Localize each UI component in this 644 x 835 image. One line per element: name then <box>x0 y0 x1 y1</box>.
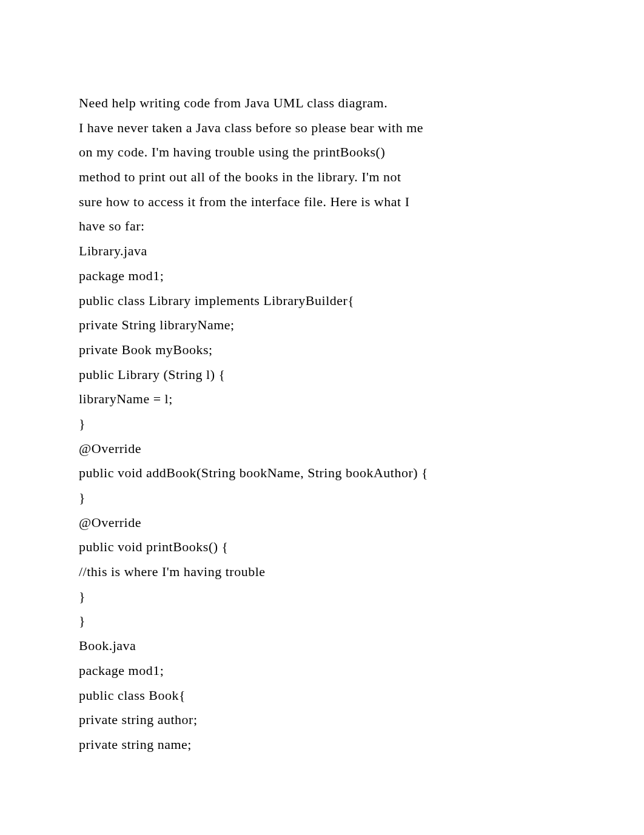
document-content: Need help writing code from Java UML cla… <box>79 91 565 757</box>
text-line: sure how to access it from the interface… <box>79 190 565 215</box>
code-line: public class Book{ <box>79 683 565 708</box>
text-line: on my code. I'm having trouble using the… <box>79 140 565 165</box>
code-line: @Override <box>79 511 565 535</box>
code-line: } <box>79 412 565 437</box>
code-line: package mod1; <box>79 264 565 289</box>
code-line: } <box>79 486 565 511</box>
code-line: libraryName = l; <box>79 387 565 412</box>
code-line: private Book myBooks; <box>79 338 565 363</box>
code-line: package mod1; <box>79 659 565 683</box>
text-line: have so far: <box>79 214 565 239</box>
text-line: Library.java <box>79 239 565 264</box>
code-line: public Library (String l) { <box>79 363 565 387</box>
text-line: Need help writing code from Java UML cla… <box>79 91 565 116</box>
code-line: } <box>79 609 565 634</box>
text-line: method to print out all of the books in … <box>79 165 565 190</box>
code-line: public void addBook(String bookName, Str… <box>79 461 565 486</box>
code-line: @Override <box>79 437 565 461</box>
code-line: public class Library implements LibraryB… <box>79 289 565 314</box>
code-line: public void printBooks() { <box>79 535 565 560</box>
code-line: private string name; <box>79 733 565 757</box>
code-line: private String libraryName; <box>79 313 565 338</box>
code-line: //this is where I'm having trouble <box>79 560 565 585</box>
code-line: } <box>79 585 565 609</box>
text-line: Book.java <box>79 634 565 659</box>
code-line: private string author; <box>79 708 565 733</box>
text-line: I have never taken a Java class before s… <box>79 116 565 141</box>
